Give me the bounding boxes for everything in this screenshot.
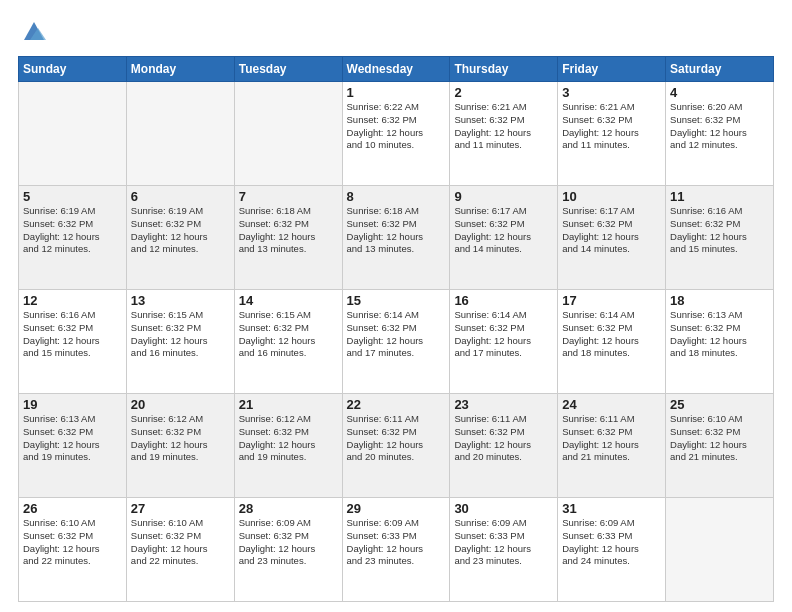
calendar-header-thursday: Thursday xyxy=(450,57,558,82)
calendar-header-tuesday: Tuesday xyxy=(234,57,342,82)
day-number: 5 xyxy=(23,189,122,204)
day-number: 8 xyxy=(347,189,446,204)
calendar-cell xyxy=(666,498,774,602)
day-number: 6 xyxy=(131,189,230,204)
calendar-cell: 28Sunrise: 6:09 AM Sunset: 6:32 PM Dayli… xyxy=(234,498,342,602)
day-info: Sunrise: 6:09 AM Sunset: 6:33 PM Dayligh… xyxy=(562,517,661,568)
day-number: 22 xyxy=(347,397,446,412)
calendar-header-friday: Friday xyxy=(558,57,666,82)
calendar-cell: 10Sunrise: 6:17 AM Sunset: 6:32 PM Dayli… xyxy=(558,186,666,290)
day-number: 14 xyxy=(239,293,338,308)
day-info: Sunrise: 6:10 AM Sunset: 6:32 PM Dayligh… xyxy=(670,413,769,464)
day-number: 30 xyxy=(454,501,553,516)
day-number: 29 xyxy=(347,501,446,516)
day-number: 3 xyxy=(562,85,661,100)
calendar-cell: 2Sunrise: 6:21 AM Sunset: 6:32 PM Daylig… xyxy=(450,82,558,186)
day-info: Sunrise: 6:15 AM Sunset: 6:32 PM Dayligh… xyxy=(131,309,230,360)
calendar-cell: 11Sunrise: 6:16 AM Sunset: 6:32 PM Dayli… xyxy=(666,186,774,290)
calendar-cell: 21Sunrise: 6:12 AM Sunset: 6:32 PM Dayli… xyxy=(234,394,342,498)
day-number: 1 xyxy=(347,85,446,100)
day-info: Sunrise: 6:09 AM Sunset: 6:32 PM Dayligh… xyxy=(239,517,338,568)
day-number: 21 xyxy=(239,397,338,412)
day-info: Sunrise: 6:12 AM Sunset: 6:32 PM Dayligh… xyxy=(131,413,230,464)
day-number: 26 xyxy=(23,501,122,516)
day-info: Sunrise: 6:17 AM Sunset: 6:32 PM Dayligh… xyxy=(454,205,553,256)
calendar-week-2: 5Sunrise: 6:19 AM Sunset: 6:32 PM Daylig… xyxy=(19,186,774,290)
day-number: 12 xyxy=(23,293,122,308)
calendar-cell: 9Sunrise: 6:17 AM Sunset: 6:32 PM Daylig… xyxy=(450,186,558,290)
calendar-header-row: SundayMondayTuesdayWednesdayThursdayFrid… xyxy=(19,57,774,82)
page: SundayMondayTuesdayWednesdayThursdayFrid… xyxy=(0,0,792,612)
day-info: Sunrise: 6:10 AM Sunset: 6:32 PM Dayligh… xyxy=(131,517,230,568)
calendar-cell: 13Sunrise: 6:15 AM Sunset: 6:32 PM Dayli… xyxy=(126,290,234,394)
day-info: Sunrise: 6:11 AM Sunset: 6:32 PM Dayligh… xyxy=(454,413,553,464)
calendar-cell: 8Sunrise: 6:18 AM Sunset: 6:32 PM Daylig… xyxy=(342,186,450,290)
day-info: Sunrise: 6:18 AM Sunset: 6:32 PM Dayligh… xyxy=(347,205,446,256)
calendar-header-sunday: Sunday xyxy=(19,57,127,82)
day-number: 20 xyxy=(131,397,230,412)
calendar-cell: 30Sunrise: 6:09 AM Sunset: 6:33 PM Dayli… xyxy=(450,498,558,602)
calendar-cell: 16Sunrise: 6:14 AM Sunset: 6:32 PM Dayli… xyxy=(450,290,558,394)
header xyxy=(18,18,774,46)
calendar-cell: 20Sunrise: 6:12 AM Sunset: 6:32 PM Dayli… xyxy=(126,394,234,498)
day-info: Sunrise: 6:14 AM Sunset: 6:32 PM Dayligh… xyxy=(454,309,553,360)
calendar-cell: 23Sunrise: 6:11 AM Sunset: 6:32 PM Dayli… xyxy=(450,394,558,498)
day-info: Sunrise: 6:18 AM Sunset: 6:32 PM Dayligh… xyxy=(239,205,338,256)
calendar-cell xyxy=(234,82,342,186)
day-info: Sunrise: 6:11 AM Sunset: 6:32 PM Dayligh… xyxy=(347,413,446,464)
day-info: Sunrise: 6:14 AM Sunset: 6:32 PM Dayligh… xyxy=(562,309,661,360)
day-number: 28 xyxy=(239,501,338,516)
calendar-cell: 19Sunrise: 6:13 AM Sunset: 6:32 PM Dayli… xyxy=(19,394,127,498)
day-number: 19 xyxy=(23,397,122,412)
day-info: Sunrise: 6:14 AM Sunset: 6:32 PM Dayligh… xyxy=(347,309,446,360)
calendar-week-4: 19Sunrise: 6:13 AM Sunset: 6:32 PM Dayli… xyxy=(19,394,774,498)
calendar-cell: 14Sunrise: 6:15 AM Sunset: 6:32 PM Dayli… xyxy=(234,290,342,394)
calendar-cell: 4Sunrise: 6:20 AM Sunset: 6:32 PM Daylig… xyxy=(666,82,774,186)
calendar-cell: 27Sunrise: 6:10 AM Sunset: 6:32 PM Dayli… xyxy=(126,498,234,602)
calendar-cell: 7Sunrise: 6:18 AM Sunset: 6:32 PM Daylig… xyxy=(234,186,342,290)
calendar-header-wednesday: Wednesday xyxy=(342,57,450,82)
calendar-cell: 31Sunrise: 6:09 AM Sunset: 6:33 PM Dayli… xyxy=(558,498,666,602)
day-info: Sunrise: 6:13 AM Sunset: 6:32 PM Dayligh… xyxy=(23,413,122,464)
calendar-cell: 29Sunrise: 6:09 AM Sunset: 6:33 PM Dayli… xyxy=(342,498,450,602)
day-info: Sunrise: 6:16 AM Sunset: 6:32 PM Dayligh… xyxy=(670,205,769,256)
day-number: 24 xyxy=(562,397,661,412)
day-number: 31 xyxy=(562,501,661,516)
day-info: Sunrise: 6:12 AM Sunset: 6:32 PM Dayligh… xyxy=(239,413,338,464)
calendar: SundayMondayTuesdayWednesdayThursdayFrid… xyxy=(18,56,774,602)
calendar-cell: 15Sunrise: 6:14 AM Sunset: 6:32 PM Dayli… xyxy=(342,290,450,394)
logo xyxy=(18,18,48,46)
day-number: 18 xyxy=(670,293,769,308)
day-number: 17 xyxy=(562,293,661,308)
day-info: Sunrise: 6:21 AM Sunset: 6:32 PM Dayligh… xyxy=(562,101,661,152)
logo-icon xyxy=(20,18,48,46)
day-number: 9 xyxy=(454,189,553,204)
calendar-cell: 12Sunrise: 6:16 AM Sunset: 6:32 PM Dayli… xyxy=(19,290,127,394)
day-info: Sunrise: 6:11 AM Sunset: 6:32 PM Dayligh… xyxy=(562,413,661,464)
day-number: 13 xyxy=(131,293,230,308)
calendar-cell: 22Sunrise: 6:11 AM Sunset: 6:32 PM Dayli… xyxy=(342,394,450,498)
day-info: Sunrise: 6:17 AM Sunset: 6:32 PM Dayligh… xyxy=(562,205,661,256)
calendar-cell: 17Sunrise: 6:14 AM Sunset: 6:32 PM Dayli… xyxy=(558,290,666,394)
day-info: Sunrise: 6:20 AM Sunset: 6:32 PM Dayligh… xyxy=(670,101,769,152)
calendar-cell: 6Sunrise: 6:19 AM Sunset: 6:32 PM Daylig… xyxy=(126,186,234,290)
calendar-cell: 24Sunrise: 6:11 AM Sunset: 6:32 PM Dayli… xyxy=(558,394,666,498)
calendar-cell: 5Sunrise: 6:19 AM Sunset: 6:32 PM Daylig… xyxy=(19,186,127,290)
day-info: Sunrise: 6:13 AM Sunset: 6:32 PM Dayligh… xyxy=(670,309,769,360)
day-info: Sunrise: 6:16 AM Sunset: 6:32 PM Dayligh… xyxy=(23,309,122,360)
calendar-header-saturday: Saturday xyxy=(666,57,774,82)
day-number: 2 xyxy=(454,85,553,100)
day-number: 10 xyxy=(562,189,661,204)
calendar-header-monday: Monday xyxy=(126,57,234,82)
day-info: Sunrise: 6:22 AM Sunset: 6:32 PM Dayligh… xyxy=(347,101,446,152)
calendar-cell: 18Sunrise: 6:13 AM Sunset: 6:32 PM Dayli… xyxy=(666,290,774,394)
day-number: 16 xyxy=(454,293,553,308)
day-number: 27 xyxy=(131,501,230,516)
calendar-week-3: 12Sunrise: 6:16 AM Sunset: 6:32 PM Dayli… xyxy=(19,290,774,394)
day-number: 11 xyxy=(670,189,769,204)
calendar-week-5: 26Sunrise: 6:10 AM Sunset: 6:32 PM Dayli… xyxy=(19,498,774,602)
day-info: Sunrise: 6:19 AM Sunset: 6:32 PM Dayligh… xyxy=(23,205,122,256)
calendar-week-1: 1Sunrise: 6:22 AM Sunset: 6:32 PM Daylig… xyxy=(19,82,774,186)
calendar-cell: 1Sunrise: 6:22 AM Sunset: 6:32 PM Daylig… xyxy=(342,82,450,186)
day-number: 4 xyxy=(670,85,769,100)
